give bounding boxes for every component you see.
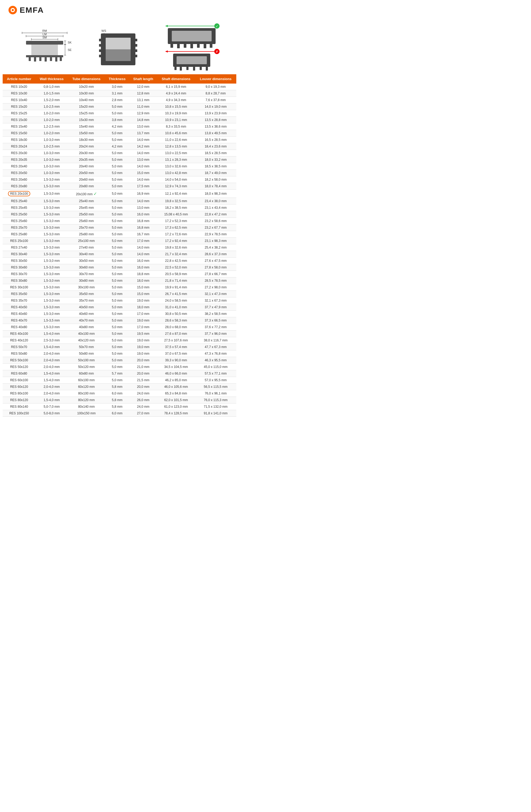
table-cell: 1,5-3,0 mm	[36, 218, 68, 224]
table-cell: 2,0-4,0 mm	[36, 357, 68, 364]
table-cell: 5,0 mm	[105, 337, 129, 344]
table-row: RES 20x601,5-3,0 mm20x60 mm5,0 mm14,0 mm…	[3, 176, 236, 183]
table-cell: 14,0 x 19,0 mm	[195, 103, 236, 110]
svg-text:LM: LM	[43, 33, 47, 36]
svg-rect-68	[174, 67, 177, 70]
table-cell: 16,5 x 28,5 mm	[195, 136, 236, 143]
table-row: RES 20x501,0-3,0 mm20x50 mm5,0 mm15,0 mm…	[3, 170, 236, 176]
table-cell: RES 27x40	[3, 244, 36, 251]
table-cell: 28,6 x 37,3 mm	[195, 251, 236, 258]
table-cell: RES 20x35	[3, 157, 36, 163]
table-cell: 14,0 mm	[129, 176, 157, 183]
svg-rect-55	[177, 44, 180, 48]
table-cell: 16,0 mm	[129, 264, 157, 271]
table-cell: 0,8-1,0 mm	[36, 84, 68, 90]
table-cell: RES 15x20	[3, 103, 36, 110]
table-cell: RES 40x120	[3, 337, 36, 344]
table-cell: 50x70 mm	[68, 344, 105, 350]
table-cell: 17,2 x 72,6 mm	[157, 231, 195, 238]
svg-rect-70	[186, 67, 188, 70]
table-row: RES 80x1002,0-4,0 mm80x100 mm6,0 mm24,0 …	[3, 390, 236, 397]
table-cell: 18,0 x 98,3 mm	[195, 190, 236, 198]
table-cell: 12,9 x 74,3 mm	[157, 183, 195, 190]
table-cell: 2,0-4,0 mm	[36, 390, 68, 397]
table-cell: 2,5-3,0 mm	[36, 337, 68, 344]
table-cell: 65,3 x 84,8 mm	[157, 390, 195, 397]
table-cell: 18,2 x 38,5 mm	[157, 204, 195, 211]
table-cell: 7,6 x 37,8 mm	[195, 97, 236, 103]
table-row: RES 50x701,5-4,0 mm50x70 mm5,0 mm19,0 mm…	[3, 344, 236, 350]
table-cell: 20,0 mm	[129, 383, 157, 390]
table-cell: 10,6 x 45,6 mm	[157, 130, 195, 136]
table-cell: 60x80 mm	[68, 370, 105, 377]
table-cell: 5,0 mm	[105, 150, 129, 157]
table-cell: 23,1 x 43,4 mm	[195, 204, 236, 211]
table-cell: 1,5-4,0 mm	[36, 370, 68, 377]
table-cell: 35x70 mm	[68, 298, 105, 304]
table-cell: 5,0 mm	[105, 231, 129, 238]
table-row: RES 20x801,5-3,0 mm20x80 mm5,0 mm17,5 mm…	[3, 183, 236, 190]
table-cell: 18,8 mm	[129, 271, 157, 277]
table-row: RES 25x601,5-3,0 mm25x60 mm5,0 mm16,8 mm…	[3, 218, 236, 224]
table-cell: 3,0 mm	[105, 84, 129, 90]
table-cell: 25x40 mm	[68, 198, 105, 204]
table-cell: 5,0 mm	[105, 324, 129, 331]
table-cell: 5,8 mm	[105, 383, 129, 390]
table-cell: 5,0 mm	[105, 130, 129, 136]
table-cell: 17,0 mm	[129, 310, 157, 317]
table-cell: 20,0 mm	[129, 370, 157, 377]
table-cell: 21,5 mm	[129, 377, 157, 383]
table-cell: 60x120 mm	[68, 383, 105, 390]
table-cell: 26,7 x 41,5 mm	[157, 291, 195, 298]
table-cell: 18,0 mm	[129, 277, 157, 284]
table-cell: 30x100 mm	[68, 284, 105, 291]
table-row: RES 20x301,0-3,0 mm20x30 mm5,0 mm14,0 mm…	[3, 150, 236, 157]
table-cell: 1,0-3,0 mm	[36, 157, 68, 163]
svg-rect-20	[39, 57, 41, 61]
table-cell: 18,2 x 58,0 mm	[195, 176, 236, 183]
table-cell: 5,0 mm	[105, 344, 129, 350]
table-cell: RES 80x120	[3, 397, 36, 404]
table-cell: 28,6 x 58,3 mm	[157, 317, 195, 324]
table-cell: 17,2 x 92,4 mm	[157, 238, 195, 244]
table-cell: 16,8 mm	[129, 224, 157, 231]
table-cell: 1,5-4,0 mm	[36, 331, 68, 337]
svg-rect-21	[45, 57, 47, 61]
table-cell: 30x70 mm	[68, 271, 105, 277]
table-cell: 23,2 x 67,7 mm	[195, 224, 236, 231]
table-cell: 13,5 x 28,8 mm	[195, 117, 236, 124]
table-cell: 18,5 x 38,5 mm	[195, 163, 236, 170]
table-cell: 20x50 mm	[68, 170, 105, 176]
table-cell: 57,5 x 77,1 mm	[195, 370, 236, 377]
table-cell: 62,0 x 101,5 mm	[157, 397, 195, 404]
table-cell: RES 50x100	[3, 357, 36, 364]
table-cell: RES 100x150	[3, 410, 36, 417]
table-cell: 10,8 x 15,5 mm	[157, 103, 195, 110]
table-cell: 23,4 x 38,0 mm	[195, 198, 236, 204]
table-cell: 91,8 x 141,0 mm	[195, 410, 236, 417]
table-cell: 13,1 x 28,3 mm	[157, 157, 195, 163]
diagram-front: WS	[98, 28, 141, 72]
table-cell: 18x30 mm	[68, 136, 105, 143]
svg-text:WS: WS	[101, 29, 106, 32]
table-cell: 1,0-2,0 mm	[36, 117, 68, 124]
table-cell: 25,4 x 38,2 mm	[195, 244, 236, 251]
table-cell: 37,0 x 67,5 mm	[157, 350, 195, 357]
table-cell: 20x35 mm	[68, 157, 105, 163]
table-cell: 12,8 mm	[129, 90, 157, 97]
table-cell: 1,0-1,5 mm	[36, 90, 68, 97]
table-cell: 25x60 mm	[68, 218, 105, 224]
svg-rect-46	[106, 49, 131, 61]
table-cell: 12,1 x 92,4 mm	[157, 190, 195, 198]
table-cell: 1,5-3,0 mm	[36, 291, 68, 298]
table-cell: 1,0-3,0 mm	[36, 150, 68, 157]
table-cell: 38,0 x 116,7 mm	[195, 337, 236, 344]
table-cell: RES 15x40	[3, 124, 36, 130]
table-cell: 18,7 x 49,0 mm	[195, 170, 236, 176]
table-row: RES 60x1001,5-4,0 mm60x100 mm5,0 mm21,5 …	[3, 377, 236, 383]
svg-rect-40	[99, 55, 101, 57]
table-cell: 8,8 x 28,7 mm	[195, 90, 236, 97]
table-row: RES 15x501,0-2,0 mm15x50 mm5,0 mm13,7 mm…	[3, 130, 236, 136]
table-cell: RES 35x50	[3, 291, 36, 298]
table-row: RES 25x401,5-3,0 mm25x40 mm5,0 mm14,0 mm…	[3, 198, 236, 204]
